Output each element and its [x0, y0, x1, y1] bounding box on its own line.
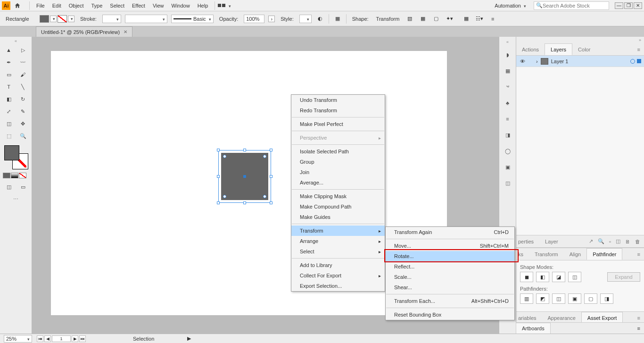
maximize-button[interactable]: ❐ — [624, 2, 633, 9]
menu-type[interactable]: Type — [88, 2, 107, 9]
menu-item-isolate-selected-path[interactable]: Isolate Selected Path — [291, 146, 385, 157]
gradient-mode-icon[interactable] — [11, 173, 18, 178]
dock-gradient-icon[interactable]: ◨ — [502, 129, 513, 141]
divide-button[interactable]: ▥ — [520, 293, 533, 304]
arrange-docs-icon[interactable]: ▦ — [462, 14, 471, 24]
panel-menu-1[interactable]: ≡ — [634, 43, 644, 55]
unite-button[interactable]: ◼ — [520, 272, 533, 282]
pen-tool[interactable]: ✒ — [2, 57, 16, 68]
anchor-br[interactable] — [263, 195, 266, 198]
stroke-swatch[interactable] — [58, 15, 67, 23]
automation-dropdown[interactable]: Automation — [491, 2, 530, 9]
tab-properties[interactable]: perties — [516, 235, 539, 247]
stroke-dropdown[interactable] — [68, 16, 74, 22]
tab-layer-2[interactable]: Layer — [539, 235, 564, 247]
paintbrush-tool[interactable]: 🖌 — [17, 69, 30, 80]
document-tab[interactable]: Untitled-1* @ 25% (RGB/Preview) ✕ — [36, 26, 132, 37]
layer-row[interactable]: 👁 › Layer 1 — [516, 56, 644, 67]
menu-item-redo-transform[interactable]: Redo Transform — [291, 105, 385, 116]
menu-item-transform-again[interactable]: Transform AgainCtrl+D — [386, 227, 514, 237]
anchor-bl[interactable] — [223, 195, 226, 198]
pixel-grid-icon[interactable]: ▦ — [418, 14, 428, 24]
tab-color[interactable]: Color — [572, 43, 596, 55]
brush-definition[interactable]: Basic — [171, 15, 214, 23]
intersect-button[interactable]: ◪ — [552, 272, 565, 282]
eraser-tool[interactable]: ◧ — [2, 93, 16, 105]
opacity-field[interactable]: 100% — [244, 15, 264, 23]
fill-box[interactable] — [4, 145, 19, 160]
crop-button[interactable]: ▣ — [568, 293, 581, 304]
status-arrow-icon[interactable]: ▶ — [187, 335, 191, 342]
menu-window[interactable]: Window — [168, 2, 194, 9]
color-mode-icon[interactable] — [3, 173, 10, 178]
align-icon[interactable]: ▦ — [333, 14, 342, 24]
gradient-tool[interactable]: ◫ — [2, 118, 16, 129]
scale-tool[interactable]: ⤢ — [2, 106, 16, 117]
dock-stroke-icon[interactable]: ≡ — [502, 113, 513, 125]
menu-item-make-pixel-perfect[interactable]: Make Pixel Perfect — [291, 119, 385, 129]
shape-link[interactable]: Shape: — [350, 16, 371, 22]
none-mode-icon[interactable] — [19, 173, 26, 178]
expand-button[interactable]: Expand — [607, 272, 640, 282]
dock-swatches-icon[interactable]: ▦ — [502, 65, 513, 76]
menu-item-rotate-[interactable]: Rotate... — [386, 251, 514, 261]
menu-edit[interactable]: Edit — [49, 2, 65, 9]
home-icon[interactable] — [13, 1, 22, 10]
menu-item-arrange[interactable]: Arrange — [291, 236, 385, 246]
menu-item-add-to-library[interactable]: Add to Library — [291, 260, 385, 270]
dock-color-icon[interactable]: ◗ — [502, 49, 513, 60]
menu-item-average-[interactable]: Average... — [291, 177, 385, 188]
prev-artboard-button[interactable]: ◀ — [44, 335, 51, 342]
panel-menu-artboards[interactable]: ≡ — [634, 323, 644, 334]
direct-selection-tool[interactable]: ▷ — [17, 44, 30, 56]
menu-item-shear-[interactable]: Shear... — [386, 282, 514, 293]
fill-swatch[interactable] — [40, 15, 49, 23]
edit-toolbar[interactable]: ⋯ — [2, 193, 30, 205]
zoom-field[interactable]: 25% — [4, 335, 32, 343]
menu-item-move-[interactable]: Move...Shift+Ctrl+M — [386, 241, 514, 251]
selection-tool[interactable]: ▲ — [2, 44, 16, 56]
menu-item-group[interactable]: Group — [291, 157, 385, 167]
menu-item-collect-for-export[interactable]: Collect For Export — [291, 270, 385, 281]
menu-item-reflect-[interactable]: Reflect... — [386, 261, 514, 272]
menu-item-reset-bounding-box[interactable]: Reset Bounding Box — [386, 310, 514, 320]
tab-actions[interactable]: Actions — [516, 43, 545, 55]
handle-tm[interactable] — [243, 149, 246, 151]
find-icon[interactable]: 🔍 — [598, 238, 604, 244]
drawing-mode-icon[interactable]: ◫ — [2, 181, 16, 192]
crop-icon[interactable]: ▢ — [431, 14, 441, 24]
trim-button[interactable]: ◩ — [536, 293, 549, 304]
handle-ml[interactable] — [217, 175, 220, 178]
merge-button[interactable]: ◫ — [552, 293, 565, 304]
anchor-tl[interactable] — [223, 155, 226, 158]
menu-view[interactable]: View — [149, 2, 168, 9]
menu-item-make-clipping-mask[interactable]: Make Clipping Mask — [291, 191, 385, 201]
expand-layer-icon[interactable]: › — [536, 59, 538, 64]
menu-select[interactable]: Select — [106, 2, 128, 9]
menu-item-transform-each-[interactable]: Transform Each...Alt+Shift+Ctrl+D — [386, 296, 514, 306]
link-icon[interactable]: ↗ — [589, 238, 593, 244]
mask-icon[interactable]: ◫ — [616, 238, 620, 244]
tab-layers[interactable]: Layers — [545, 43, 572, 55]
search-stock-field[interactable]: 🔍 — [534, 1, 609, 10]
recolor-icon[interactable]: ◐ — [315, 14, 325, 24]
menu-file[interactable]: File — [33, 2, 49, 9]
menu-item-join[interactable]: Join — [291, 167, 385, 177]
shape-builder-tool[interactable]: ✥ — [17, 118, 30, 129]
first-artboard-button[interactable]: ⏮ — [37, 335, 43, 342]
outline-button[interactable]: ▢ — [584, 293, 597, 304]
type-tool[interactable]: T — [2, 81, 16, 92]
close-button[interactable]: ✕ — [634, 2, 642, 9]
tab-links-partial[interactable]: ks — [516, 248, 529, 260]
minimize-button[interactable]: — — [615, 2, 623, 9]
fill-dropdown[interactable] — [50, 16, 57, 22]
tab-artboards[interactable]: Artboards — [516, 323, 551, 334]
screen-mode-icon[interactable]: ▭ — [17, 181, 30, 192]
panel-menu-icon[interactable]: ≡ — [488, 14, 497, 24]
tab-pathfinder[interactable]: Pathfinder — [586, 248, 622, 260]
rectangle-tool[interactable]: ▭ — [2, 69, 16, 80]
exclude-button[interactable]: ◫ — [568, 272, 581, 282]
menu-item-transform[interactable]: Transform — [291, 226, 385, 236]
stroke-profile-field[interactable] — [125, 15, 167, 23]
tab-align[interactable]: Align — [564, 248, 586, 260]
